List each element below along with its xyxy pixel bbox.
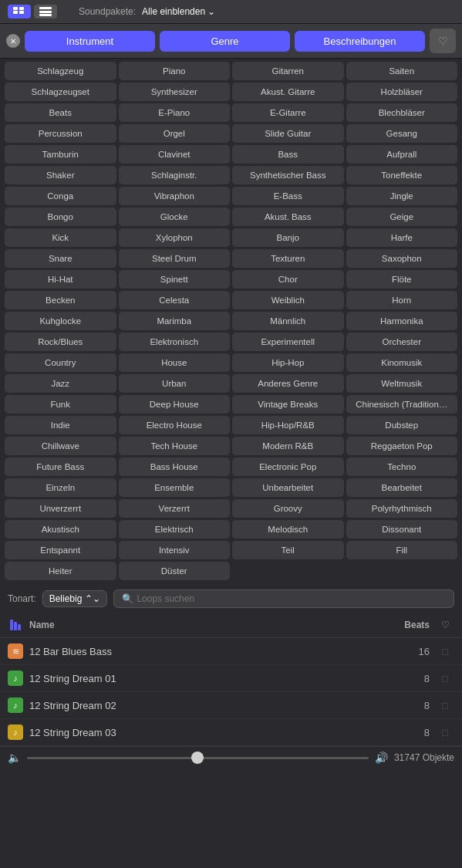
grid-cell[interactable]: Clavinet — [119, 145, 231, 164]
grid-cell[interactable]: Gesang — [346, 124, 458, 143]
grid-cell[interactable]: Holzbläser — [346, 83, 458, 101]
list-item[interactable]: ≋12 Bar Blues Bass16□ — [0, 638, 462, 665]
grid-cell[interactable]: Akustisch — [5, 520, 116, 539]
grid-cell[interactable]: Synthesizer — [119, 83, 231, 101]
genre-tab[interactable]: Genre — [160, 31, 290, 52]
grid-cell[interactable]: Harfe — [346, 228, 458, 247]
grid-cell[interactable]: Harmonika — [346, 312, 458, 330]
grid-cell[interactable]: Bearbeitet — [346, 478, 458, 497]
grid-cell[interactable]: Slide Guitar — [232, 124, 344, 143]
grid-cell[interactable]: Glocke — [119, 208, 231, 226]
grid-cell[interactable]: Bongo — [5, 208, 116, 226]
alle-einblenden-button[interactable]: Alle einblenden ⌄ — [142, 6, 215, 17]
grid-cell[interactable]: Marimba — [119, 312, 231, 330]
grid-cell[interactable]: Rock/Blues — [5, 333, 116, 351]
grid-cell[interactable]: E-Piano — [119, 103, 231, 122]
row-heart-button[interactable]: □ — [436, 673, 454, 684]
grid-cell[interactable]: E-Bass — [232, 187, 344, 205]
grid-cell[interactable] — [232, 562, 344, 580]
grid-cell[interactable]: Xylophon — [119, 228, 231, 247]
grid-cell[interactable]: Experimentell — [232, 333, 344, 351]
grid-cell[interactable]: Düster — [119, 562, 231, 580]
beschreibungen-tab[interactable]: Beschreibungen — [295, 31, 425, 52]
grid-cell[interactable]: Saxophon — [346, 249, 458, 268]
instrument-tab[interactable]: Instrument — [25, 31, 155, 52]
list-view-button[interactable] — [34, 5, 57, 19]
grid-cell[interactable]: Blechbläser — [346, 103, 458, 122]
grid-cell[interactable]: Unbearbeitet — [232, 478, 344, 497]
grid-cell[interactable]: Schlagzeug — [5, 62, 116, 80]
grid-cell[interactable]: Celesta — [119, 291, 231, 309]
grid-cell[interactable]: House — [119, 353, 231, 372]
list-sort-icon[interactable] — [8, 617, 23, 633]
grid-cell[interactable]: Flöte — [346, 270, 458, 289]
grid-cell[interactable]: Electro House — [119, 416, 231, 434]
grid-cell[interactable]: Dubstep — [346, 416, 458, 434]
grid-cell[interactable]: Geige — [346, 208, 458, 226]
grid-cell[interactable]: Chinesisch (Tradition… — [346, 395, 458, 414]
favorites-filter-button[interactable]: ♡ — [430, 29, 456, 53]
grid-cell[interactable]: Ensemble — [119, 478, 231, 497]
grid-cell[interactable]: Indie — [5, 416, 116, 434]
grid-cell[interactable]: Elektrisch — [119, 520, 231, 539]
grid-cell[interactable]: Weiblich — [232, 291, 344, 309]
grid-cell[interactable]: Tamburin — [5, 145, 116, 164]
volume-slider[interactable] — [27, 757, 369, 759]
grid-cell[interactable]: Texturen — [232, 249, 344, 268]
grid-cell[interactable]: Entspannt — [5, 541, 116, 559]
grid-cell[interactable]: Akust. Gitarre — [232, 83, 344, 101]
grid-cell[interactable]: Becken — [5, 291, 116, 309]
grid-cell[interactable]: Country — [5, 353, 116, 372]
grid-cell[interactable]: Männlich — [232, 312, 344, 330]
grid-cell[interactable]: Vibraphon — [119, 187, 231, 205]
row-heart-button[interactable]: □ — [436, 700, 454, 711]
grid-cell[interactable]: Hip-Hop — [232, 353, 344, 372]
grid-cell[interactable]: Melodisch — [232, 520, 344, 539]
grid-cell[interactable]: Shaker — [5, 166, 116, 184]
grid-cell[interactable]: Bass — [232, 145, 344, 164]
grid-view-button[interactable] — [8, 5, 31, 19]
grid-cell[interactable]: Aufprall — [346, 145, 458, 164]
grid-cell[interactable]: Tech House — [119, 437, 231, 455]
list-item[interactable]: ♪12 String Dream 018□ — [0, 665, 462, 692]
grid-cell[interactable]: Synthetischer Bass — [232, 166, 344, 184]
grid-cell[interactable]: Banjo — [232, 228, 344, 247]
grid-cell[interactable]: Saiten — [346, 62, 458, 80]
row-heart-button[interactable]: □ — [436, 727, 454, 738]
grid-cell[interactable]: Techno — [346, 458, 458, 476]
grid-cell[interactable]: Percussion — [5, 124, 116, 143]
list-item[interactable]: ♪12 String Dream 038□ — [0, 719, 462, 746]
grid-cell[interactable]: Chor — [232, 270, 344, 289]
grid-cell[interactable]: Heiter — [5, 562, 116, 580]
grid-cell[interactable]: Beats — [5, 103, 116, 122]
grid-cell[interactable]: Kick — [5, 228, 116, 247]
row-heart-button[interactable]: □ — [436, 646, 454, 657]
grid-cell[interactable]: Bass House — [119, 458, 231, 476]
grid-cell[interactable]: Polyrhythmisch — [346, 499, 458, 518]
grid-cell[interactable]: Orchester — [346, 333, 458, 351]
grid-cell[interactable]: Urban — [119, 374, 231, 393]
grid-cell[interactable]: Gitarren — [232, 62, 344, 80]
close-filter-button[interactable]: ✕ — [6, 34, 20, 48]
list-item[interactable]: ♪12 String Dream 028□ — [0, 692, 462, 719]
grid-cell[interactable]: Schlagzeugset — [5, 83, 116, 101]
grid-cell[interactable]: Kuhglocke — [5, 312, 116, 330]
grid-cell[interactable]: Anderes Genre — [232, 374, 344, 393]
grid-cell[interactable]: Chillwave — [5, 437, 116, 455]
grid-cell[interactable]: Steel Drum — [119, 249, 231, 268]
grid-cell[interactable]: Hi-Hat — [5, 270, 116, 289]
grid-cell[interactable]: Groovy — [232, 499, 344, 518]
grid-cell[interactable] — [346, 562, 458, 580]
grid-cell[interactable]: Dissonant — [346, 520, 458, 539]
grid-cell[interactable]: Deep House — [119, 395, 231, 414]
grid-cell[interactable]: Kinomusik — [346, 353, 458, 372]
grid-cell[interactable]: Conga — [5, 187, 116, 205]
grid-cell[interactable]: Schlaginstr. — [119, 166, 231, 184]
grid-cell[interactable]: Akust. Bass — [232, 208, 344, 226]
tonart-select[interactable]: Beliebig ⌃⌄ — [42, 590, 108, 607]
search-input[interactable] — [137, 593, 446, 604]
grid-cell[interactable]: Spinett — [119, 270, 231, 289]
grid-cell[interactable]: Einzeln — [5, 478, 116, 497]
grid-cell[interactable]: E-Gitarre — [232, 103, 344, 122]
grid-cell[interactable]: Elektronisch — [119, 333, 231, 351]
